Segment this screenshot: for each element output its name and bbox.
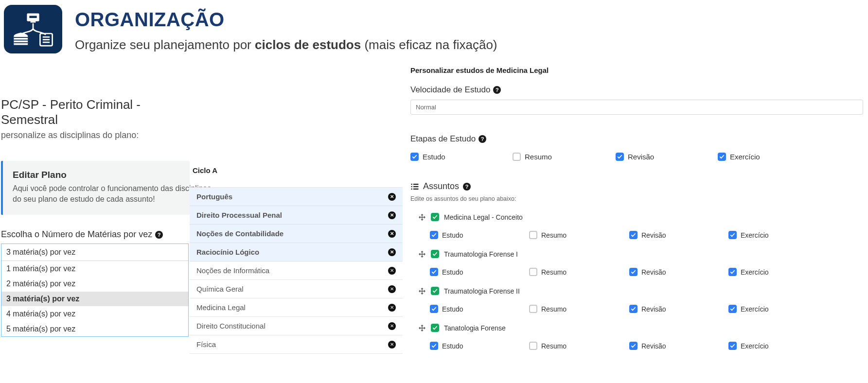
help-icon[interactable]: ? bbox=[155, 231, 163, 239]
stage-checkbox[interactable] bbox=[430, 231, 438, 239]
topic-checkbox[interactable] bbox=[431, 287, 439, 295]
stage-label: Estudo bbox=[442, 231, 463, 239]
stage-checkbox[interactable] bbox=[728, 305, 737, 313]
stage-checkbox[interactable] bbox=[513, 153, 521, 161]
stage-checkbox[interactable] bbox=[430, 305, 438, 313]
topic-item: Tanatologia ForenseEstudoResumoRevisãoEx… bbox=[410, 324, 863, 350]
stage-label: Resumo bbox=[541, 268, 567, 276]
stage-exercício: Exercício bbox=[728, 305, 863, 313]
cycle-item[interactable]: Medicina Legal✕ bbox=[190, 298, 403, 317]
cycle-item-label: Medicina Legal bbox=[196, 303, 246, 312]
stage-checkbox[interactable] bbox=[616, 153, 624, 161]
cycle-item[interactable]: Física✕ bbox=[190, 335, 403, 354]
drag-icon[interactable] bbox=[418, 213, 426, 221]
stage-label: Estudo bbox=[423, 153, 445, 161]
stage-exercício: Exercício bbox=[728, 231, 863, 239]
stage-checkbox[interactable] bbox=[529, 305, 537, 313]
stage-label: Exercício bbox=[741, 305, 769, 313]
stage-resumo: Resumo bbox=[529, 342, 629, 350]
subjects-count-select[interactable]: 3 matéria(s) por vez 1 matéria(s) por ve… bbox=[1, 244, 189, 337]
help-icon[interactable]: ? bbox=[478, 135, 486, 143]
cycle-item[interactable]: Português✕ bbox=[190, 188, 403, 206]
drag-icon[interactable] bbox=[418, 250, 426, 258]
topic-name: Traumatologia Forense II bbox=[444, 287, 520, 295]
svg-rect-15 bbox=[413, 188, 419, 189]
svg-rect-12 bbox=[411, 186, 412, 187]
stage-exercício: Exercício bbox=[718, 153, 863, 161]
stages-row: EstudoResumoRevisãoExercício bbox=[410, 153, 863, 161]
stage-label: Revisão bbox=[641, 268, 666, 276]
stage-checkbox[interactable] bbox=[529, 342, 537, 350]
svg-rect-10 bbox=[411, 184, 412, 185]
remove-icon[interactable]: ✕ bbox=[388, 322, 396, 330]
stage-checkbox[interactable] bbox=[718, 153, 726, 161]
select-option[interactable]: 1 matéria(s) por vez bbox=[1, 261, 188, 276]
help-icon[interactable]: ? bbox=[493, 86, 501, 94]
cycle-title: Ciclo A bbox=[190, 166, 404, 174]
drag-icon[interactable] bbox=[418, 324, 426, 332]
stage-label: Exercício bbox=[730, 153, 760, 161]
stage-checkbox[interactable] bbox=[430, 342, 438, 350]
stage-revisão: Revisão bbox=[629, 305, 728, 313]
stage-checkbox[interactable] bbox=[629, 342, 638, 350]
stage-checkbox[interactable] bbox=[410, 153, 419, 161]
select-option[interactable]: 2 matéria(s) por vez bbox=[1, 276, 188, 291]
cycle-item-label: Noções de Contabilidade bbox=[196, 229, 283, 238]
stage-label: Resumo bbox=[541, 342, 567, 350]
remove-icon[interactable]: ✕ bbox=[388, 230, 396, 238]
stage-checkbox[interactable] bbox=[529, 268, 537, 276]
cycle-item[interactable]: Noções de Informática✕ bbox=[190, 261, 403, 280]
stage-checkbox[interactable] bbox=[629, 305, 638, 313]
cycle-item[interactable]: Raciocínio Lógico✕ bbox=[190, 243, 403, 261]
stage-checkbox[interactable] bbox=[629, 268, 638, 276]
stage-exercício: Exercício bbox=[728, 268, 863, 276]
select-current-value[interactable]: 3 matéria(s) por vez bbox=[1, 244, 188, 261]
stage-checkbox[interactable] bbox=[629, 231, 638, 239]
stage-estudo: Estudo bbox=[430, 268, 529, 276]
remove-icon[interactable]: ✕ bbox=[388, 285, 396, 293]
remove-icon[interactable]: ✕ bbox=[388, 304, 396, 312]
topic-checkbox[interactable] bbox=[431, 250, 439, 258]
topic-item: Traumatologia Forense IIEstudoResumoRevi… bbox=[410, 287, 863, 313]
speed-select[interactable]: Normal bbox=[410, 100, 863, 115]
cycle-item-label: Raciocínio Lógico bbox=[196, 248, 259, 256]
svg-rect-4 bbox=[14, 40, 28, 41]
remove-icon[interactable]: ✕ bbox=[388, 341, 396, 348]
svg-rect-1 bbox=[29, 15, 37, 18]
topic-checkbox[interactable] bbox=[431, 324, 439, 332]
stage-estudo: Estudo bbox=[410, 153, 513, 161]
cycle-item[interactable]: Direito Constitucional✕ bbox=[190, 317, 403, 335]
remove-icon[interactable]: ✕ bbox=[388, 193, 396, 201]
remove-icon[interactable]: ✕ bbox=[388, 211, 396, 219]
select-option[interactable]: 5 matéria(s) por vez bbox=[1, 321, 188, 336]
edit-plan-title: Editar Plano bbox=[13, 170, 180, 180]
stage-checkbox[interactable] bbox=[728, 231, 737, 239]
cycle-item[interactable]: Noções de Contabilidade✕ bbox=[190, 225, 403, 243]
stage-resumo: Resumo bbox=[529, 305, 629, 313]
stage-label: Exercício bbox=[741, 231, 769, 239]
topics-subtitle: Edite os assuntos do seu plano abaixo: bbox=[410, 195, 863, 202]
stage-estudo: Estudo bbox=[430, 342, 529, 350]
remove-icon[interactable]: ✕ bbox=[388, 267, 396, 275]
stage-revisão: Revisão bbox=[629, 342, 728, 350]
stage-label: Revisão bbox=[641, 231, 666, 239]
stage-label: Revisão bbox=[641, 305, 666, 313]
page-subtitle: Organize seu planejamento por ciclos de … bbox=[75, 37, 497, 52]
select-option[interactable]: 3 matéria(s) por vez bbox=[1, 291, 188, 306]
cycle-item-label: Física bbox=[196, 340, 216, 348]
cycle-item-label: Direito Processual Penal bbox=[196, 211, 282, 219]
topic-checkbox[interactable] bbox=[431, 213, 439, 221]
stage-label: Estudo bbox=[442, 305, 463, 313]
select-option[interactable]: 4 matéria(s) por vez bbox=[1, 306, 188, 321]
cycle-item[interactable]: Química Geral✕ bbox=[190, 280, 403, 298]
stage-checkbox[interactable] bbox=[728, 342, 737, 350]
drag-icon[interactable] bbox=[418, 287, 426, 295]
stage-checkbox[interactable] bbox=[430, 268, 438, 276]
stage-resumo: Resumo bbox=[513, 153, 616, 161]
stage-checkbox[interactable] bbox=[728, 268, 737, 276]
cycle-item[interactable]: Direito Processual Penal✕ bbox=[190, 206, 403, 225]
stage-checkbox[interactable] bbox=[529, 231, 537, 239]
cycle-item-label: Noções de Informática bbox=[196, 266, 269, 275]
help-icon[interactable]: ? bbox=[463, 183, 471, 191]
remove-icon[interactable]: ✕ bbox=[388, 248, 396, 256]
